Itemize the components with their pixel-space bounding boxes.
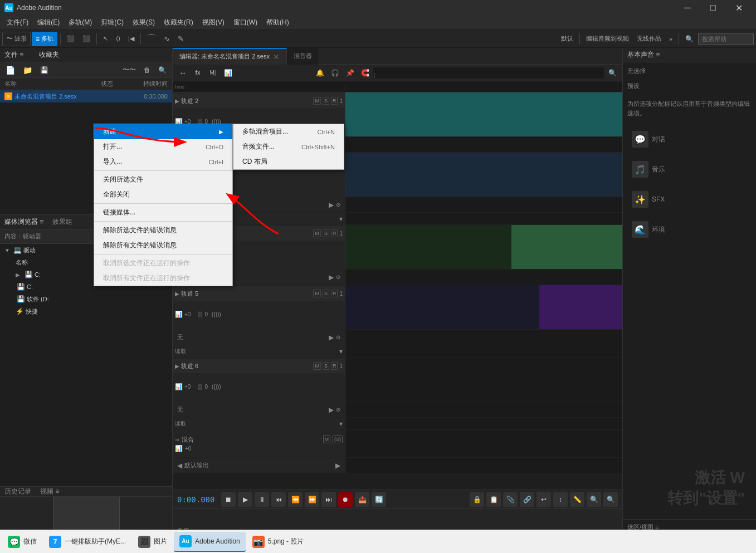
- ctx-cancel-all: 取消所有文件正在运行的操作: [94, 271, 232, 286]
- ctx-link-media-label: 链接媒体...: [103, 208, 135, 217]
- file-context-menu: 新建 ▶ 打开... Ctrl+O 导入... Ctrl+I 关闭所选文件 全部…: [94, 124, 233, 286]
- ctx-close-all[interactable]: 全部关闭: [94, 187, 232, 202]
- ctx-close-selected-label: 关闭所选文件: [103, 175, 143, 184]
- sub-cd-layout-label: CD 布局: [242, 157, 267, 167]
- ctx-new-label: 新建: [103, 127, 116, 136]
- ctx-cancel-selected: 取消所选文件正在运行的操作: [94, 256, 232, 271]
- ctx-close-selected[interactable]: 关闭所选文件: [94, 172, 232, 187]
- ctx-dismiss-all-errors-label: 解除所有文件的错误消息: [103, 241, 177, 250]
- new-submenu: 多轨混音项目... Ctrl+N 音频文件... Ctrl+Shift+N CD…: [233, 124, 344, 170]
- ctx-open[interactable]: 打开... Ctrl+O: [94, 139, 232, 154]
- ctx-cancel-all-label: 取消所有文件正在运行的操作: [103, 273, 190, 283]
- ctx-open-shortcut: Ctrl+O: [206, 144, 223, 150]
- arrow-svg-2: [223, 184, 334, 251]
- ctx-import[interactable]: 导入... Ctrl+I: [94, 154, 232, 169]
- ctx-new-arrow: ▶: [219, 129, 223, 135]
- sub-multitrack-label: 多轨混音项目...: [242, 127, 288, 136]
- context-menu-overlay[interactable]: 新建 ▶ 打开... Ctrl+O 导入... Ctrl+I 关闭所选文件 全部…: [0, 0, 756, 553]
- sub-audio-file-shortcut: Ctrl+Shift+N: [301, 144, 335, 150]
- sub-multitrack-shortcut: Ctrl+N: [318, 129, 335, 135]
- ctx-link-media[interactable]: 链接媒体...: [94, 205, 232, 220]
- ctx-sep-4: [94, 254, 232, 255]
- sub-audio-file-label: 音频文件...: [242, 142, 275, 151]
- ctx-cancel-selected-label: 取消所选文件正在运行的操作: [103, 258, 190, 268]
- ctx-sep-3: [94, 221, 232, 222]
- ctx-sep-1: [94, 170, 232, 171]
- ctx-dismiss-all-errors[interactable]: 解除所有文件的错误消息: [94, 238, 232, 253]
- sub-multitrack[interactable]: 多轨混音项目... Ctrl+N: [233, 124, 344, 139]
- ctx-new[interactable]: 新建 ▶: [94, 124, 232, 139]
- sub-cd-layout[interactable]: CD 布局: [233, 154, 344, 169]
- ctx-import-label: 导入...: [103, 157, 122, 167]
- ctx-sep-2: [94, 203, 232, 204]
- sub-audio-file[interactable]: 音频文件... Ctrl+Shift+N: [233, 139, 344, 154]
- ctx-dismiss-selected-errors[interactable]: 解除所选文件的错误消息: [94, 223, 232, 238]
- ctx-dismiss-selected-errors-label: 解除所选文件的错误消息: [103, 226, 177, 235]
- ctx-open-label: 打开...: [103, 142, 122, 151]
- ctx-close-all-label: 全部关闭: [103, 190, 130, 199]
- ctx-import-shortcut: Ctrl+I: [208, 159, 223, 165]
